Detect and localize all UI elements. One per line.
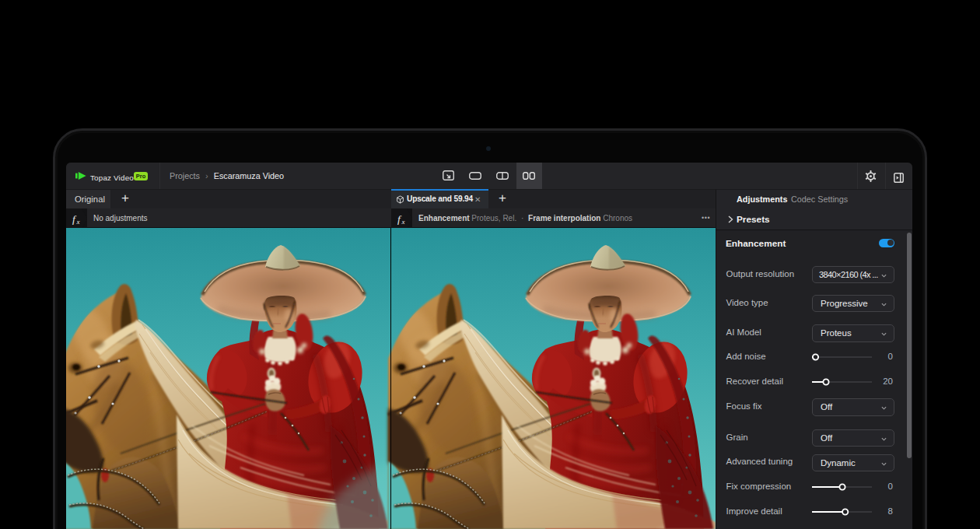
svg-text:x: x	[401, 218, 405, 226]
svg-text:x: x	[76, 218, 80, 226]
